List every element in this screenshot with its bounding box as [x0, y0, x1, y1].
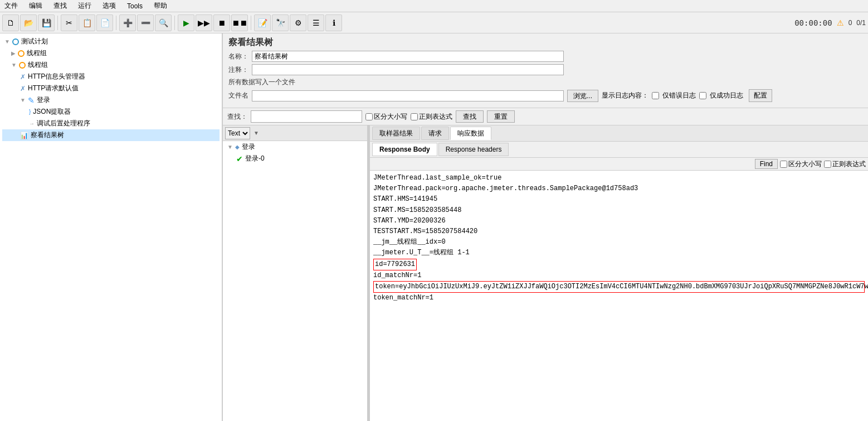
graph-icon: 📊 [20, 132, 28, 139]
template-button[interactable]: 📝 [254, 14, 271, 31]
detail-area: 取样器结果 请求 响应数据 Response Body Response hea… [370, 125, 868, 421]
menubar: 文件 编辑 查找 运行 选项 Tools 帮助 [0, 0, 868, 12]
tree-item-http-header[interactable]: ✗ HTTP信息头管理器 [2, 71, 220, 83]
regex-label: 正则表达式 [419, 112, 452, 122]
result-tree-login[interactable]: ▼ ◆ 登录 [223, 141, 367, 153]
content-area[interactable]: JMeterThread.last_sample_ok=true JMeterT… [370, 171, 868, 421]
cut-button[interactable]: ✂ [61, 14, 77, 31]
content-line-8: __jmeter.U_T__=线程组 1-1 [373, 248, 865, 258]
browse-button[interactable]: 🔍 [155, 14, 172, 31]
success-log-checkbox[interactable] [699, 92, 706, 99]
list-button[interactable]: ☰ [308, 14, 324, 31]
sub-tab-response-body[interactable]: Response Body [372, 143, 437, 156]
settings-button[interactable]: ⚙ [290, 14, 306, 31]
test-plan-label: 测试计划 [21, 37, 48, 46]
tree-item-test-plan[interactable]: ▼ 测试计划 [2, 36, 220, 47]
green-check-icon: ✔ [236, 154, 243, 163]
error-count: 0/1 [856, 19, 866, 27]
name-label: 名称： [228, 52, 248, 61]
result-tree-login-0[interactable]: ✔ 登录-0 [223, 153, 367, 164]
name-input[interactable] [252, 51, 564, 62]
case-sensitive-item: 区分大小写 [365, 112, 407, 122]
error-log-label: 仅错误日志 [662, 91, 696, 100]
paste-button[interactable]: 📄 [96, 14, 113, 31]
run-all-button[interactable]: ▶▶ [196, 14, 212, 31]
add-button[interactable]: ➕ [119, 14, 136, 31]
wrench-icon: ✗ [20, 73, 26, 81]
right-panel: 察看结果树 名称： 注释： 所有数据写入一个文件 文件名 浏览... 显示日志内… [223, 33, 868, 421]
menu-tools[interactable]: Tools [125, 2, 145, 10]
thread-group-1-label: 线程组 [27, 49, 47, 58]
tree-item-thread-group-2[interactable]: ▼ 线程组 [2, 59, 220, 71]
menu-edit[interactable]: 编辑 [27, 1, 45, 11]
view-results-label: 察看结果树 [31, 130, 64, 140]
content-line-token: token=eyJhbGciOiJIUzUxMiJ9.eyJtZW1iZXJJf… [373, 281, 865, 293]
content-line-4: START.MS=1585203585448 [373, 205, 865, 216]
expand-icon: ▼ [227, 144, 233, 150]
binoculars-button[interactable]: 🔭 [272, 14, 289, 31]
find-button[interactable]: 查找 [456, 110, 484, 123]
error-log-checkbox[interactable] [652, 92, 659, 99]
file-row: 文件名 浏览... 显示日志内容： 仅错误日志 仅成功日志 配置 [228, 89, 862, 102]
find-regex-item: 正则表达式 [824, 159, 866, 169]
menu-file[interactable]: 文件 [2, 1, 20, 11]
toolbar-right: 00:00:00 ⚠ 0 0/1 [794, 18, 866, 27]
json-icon: } [29, 109, 31, 115]
panel-title: 察看结果树 [228, 37, 862, 49]
find-case-item: 区分大小写 [780, 159, 822, 169]
search-input[interactable] [251, 110, 362, 123]
tree-item-json-extractor[interactable]: } JSON提取器 [2, 106, 220, 118]
copy-button[interactable]: 📋 [79, 14, 95, 31]
find-bar: Find 区分大小写 正则表达式 [370, 158, 868, 171]
tree-item-thread-group-1[interactable]: ▶ 线程组 [2, 47, 220, 59]
tab-request[interactable]: 请求 [421, 127, 449, 140]
debug-icon: → [29, 120, 35, 127]
menu-run[interactable]: 运行 [76, 1, 94, 11]
comment-input[interactable] [252, 64, 564, 75]
menu-find[interactable]: 查找 [51, 1, 69, 11]
browse-button[interactable]: 浏览... [567, 90, 598, 102]
tree-item-login[interactable]: ▼ ✎ 登录 [2, 94, 220, 106]
run-button[interactable]: ▶ [178, 14, 194, 31]
name-row: 名称： [228, 51, 862, 62]
search-bar: 查找： 区分大小写 正则表达式 查找 重置 [223, 108, 868, 125]
config-button[interactable]: 配置 [749, 89, 772, 102]
stop-button[interactable]: ⏹ [213, 14, 230, 31]
sub-tab-response-headers[interactable]: Response headers [438, 143, 509, 156]
tree-area-header: Text ▼ [223, 125, 367, 141]
info-button[interactable]: ℹ [325, 14, 342, 31]
stop-all-button[interactable]: ⏹⏹ [231, 14, 248, 31]
comment-label: 注释： [228, 65, 248, 75]
case-sensitive-checkbox[interactable] [365, 113, 373, 120]
regex-checkbox[interactable] [411, 113, 418, 120]
tab-sampler-result[interactable]: 取样器结果 [372, 127, 420, 140]
diamond-icon: ◆ [235, 144, 240, 150]
remove-button[interactable]: ➖ [137, 14, 154, 31]
save-button[interactable]: 💾 [38, 14, 55, 31]
content-line-10: id_matchNr=1 [373, 270, 865, 281]
find-case-checkbox[interactable] [780, 161, 787, 168]
thread-group-2-label: 线程组 [28, 60, 48, 70]
tab-response-data[interactable]: 响应数据 [450, 127, 491, 140]
tree-item-view-results[interactable]: 📊 察看结果树 [2, 129, 220, 141]
reset-button[interactable]: 重置 [487, 110, 515, 123]
result-login-label: 登录 [242, 142, 255, 152]
find-case-label: 区分大小写 [788, 159, 822, 169]
file-input[interactable] [252, 90, 564, 101]
dropdown-arrow: ▼ [253, 130, 259, 136]
sep4 [251, 16, 251, 30]
open-button[interactable]: 📂 [20, 14, 37, 31]
tree-item-debug-post[interactable]: → 调试后置处理程序 [2, 118, 220, 129]
file-label: 文件名 [228, 91, 248, 100]
tree-column-select[interactable]: Text [225, 127, 250, 139]
circle-icon [12, 38, 19, 45]
expand-icon: ▶ [11, 50, 16, 56]
find-regex-checkbox[interactable] [824, 161, 831, 168]
wrench-icon2: ✗ [20, 85, 26, 93]
new-button[interactable]: 🗋 [2, 14, 19, 31]
tree-item-http-default[interactable]: ✗ HTTP请求默认值 [2, 83, 220, 94]
toolbar: 🗋 📂 💾 ✂ 📋 📄 ➕ ➖ 🔍 ▶ ▶▶ ⏹ ⏹⏹ 📝 🔭 ⚙ ☰ ℹ 00… [0, 12, 868, 33]
menu-help[interactable]: 帮助 [152, 1, 169, 11]
menu-options[interactable]: 选项 [100, 1, 118, 11]
find-btn[interactable]: Find [755, 159, 778, 169]
